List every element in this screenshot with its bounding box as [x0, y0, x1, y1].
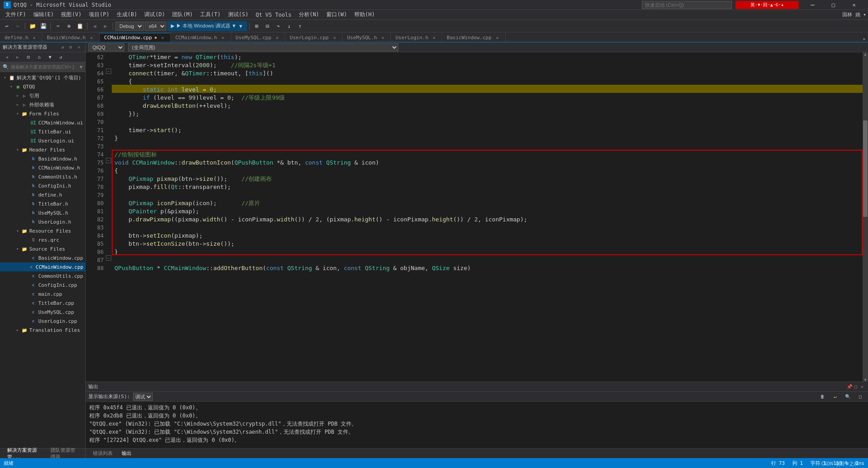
collapse-btn-75[interactable]: − [106, 158, 111, 163]
quick-search-input[interactable] [642, 1, 732, 9]
tree-form-files[interactable]: ▾ 📁 Form Files [0, 109, 85, 118]
scroll-thumb[interactable] [863, 120, 868, 217]
tab-basicwindow-h[interactable]: BasicWindow.h ✕ [42, 33, 100, 42]
tree-userlogin-h[interactable]: ▸ h UserLogin.h [0, 217, 85, 226]
code-editor[interactable]: 62 63 64 65 66 67 68 69 70 71 72 73 74 7… [86, 52, 868, 381]
menu-test[interactable]: 测试(S) [224, 10, 252, 20]
tab-close[interactable]: ✕ [274, 34, 280, 41]
toolbar-redo[interactable]: ↪ [13, 21, 23, 31]
tab-usemysql-h[interactable]: UseMySQL.h ✕ [343, 33, 391, 42]
tab-close[interactable]: ✕ [31, 34, 37, 41]
se-search-input[interactable] [11, 64, 78, 69]
menu-help[interactable]: 帮助(H) [351, 10, 379, 20]
se-home-btn[interactable]: ⌂ [34, 52, 44, 62]
output-find-btn[interactable]: 🔍 [843, 392, 853, 402]
toolbar-open[interactable]: 📁 [27, 21, 37, 31]
tree-main-cpp[interactable]: ▸ c main.cpp [0, 289, 85, 298]
se-search-settings[interactable]: ▼ [80, 64, 82, 69]
tree-titlebar-cpp[interactable]: ▸ c TitleBar.cpp [0, 298, 85, 307]
output-float-btn[interactable]: □ [853, 384, 859, 390]
toolbar-breakpoint[interactable]: ⊟ [263, 21, 273, 31]
menu-tools[interactable]: 工具(T) [196, 10, 224, 20]
menu-qtvs[interactable]: Qt VS Tools [252, 10, 295, 20]
toolbar-fwd[interactable]: ▶ [101, 21, 110, 31]
tab-basicwindow-cpp[interactable]: BasicWindow.cpp ✕ [442, 33, 505, 42]
toolbar-save[interactable]: 💾 [38, 21, 48, 31]
output-wrap-btn[interactable]: ↵ [830, 392, 840, 402]
tab-error-list[interactable]: 错误列表 [88, 449, 117, 459]
tree-ccmainwindow-cpp[interactable]: ▸ c CCMainWindow.cpp [0, 262, 85, 271]
toolbar-step-in[interactable]: ↓ [284, 21, 294, 31]
close-button[interactable]: ✕ [844, 0, 864, 10]
tab-close[interactable]: ✕ [220, 34, 226, 41]
se-refresh-btn[interactable]: ↺ [56, 52, 66, 62]
tree-ccmainwindow-ui[interactable]: ▸ UI CCMainWindow.ui [0, 118, 85, 127]
tab-userlogin-h[interactable]: UserLogin.h ✕ [391, 33, 442, 42]
menu-project[interactable]: 项目(P) [85, 10, 113, 20]
tree-configini-h[interactable]: ▸ h ConfigIni.h [0, 181, 85, 190]
tree-yinyong[interactable]: ▸ ▷ 引用 [0, 91, 85, 100]
se-back-btn[interactable]: ◀ [2, 52, 12, 62]
tab-close[interactable]: ✕ [431, 34, 437, 41]
tree-solution[interactable]: ▾ 📋 解决方案'QtQQ'(1 个项目) [0, 73, 85, 82]
menu-analyze[interactable]: 分析(N) [295, 10, 323, 20]
code-content[interactable]: QTimer*timer = new QTimer(this); timer->… [112, 52, 863, 381]
output-clear-btn[interactable]: 🗑 [818, 392, 827, 402]
toolbar-paste[interactable]: 📋 [75, 21, 85, 31]
se-close-btn[interactable]: ✕ [75, 44, 82, 51]
tab-team-explorer[interactable]: 团队资源管理器 [46, 446, 82, 459]
tree-header-files[interactable]: ▾ 📁 Header Files [0, 145, 85, 154]
tree-commonutils-cpp[interactable]: ▸ c CommonUtils.cpp [0, 271, 85, 280]
tab-close[interactable]: ✕ [331, 34, 338, 41]
toolbar-step-over[interactable]: ↷ [274, 21, 283, 31]
tree-res-qrc[interactable]: ▸ Q res.qrc [0, 235, 85, 244]
tab-close[interactable]: ✕ [88, 34, 95, 41]
menu-team[interactable]: 团队(M) [169, 10, 196, 20]
se-sync-btn[interactable]: ⇄ [59, 44, 66, 51]
tree-basicwindow-h[interactable]: ▸ h BasicWindow.h [0, 154, 85, 163]
config-select[interactable]: Debug [115, 22, 144, 31]
output-close-btn[interactable]: ✕ [859, 384, 865, 390]
tree-usemysql-cpp[interactable]: ▸ c UseMySQL.cpp [0, 307, 85, 317]
toolbar-attach[interactable]: ⊞ [252, 21, 262, 31]
tab-userlogin-cpp[interactable]: UserLogin.cpp ✕ [285, 33, 343, 42]
tab-solution-explorer[interactable]: 解决方案资源管... [3, 446, 46, 459]
tab-close[interactable]: ✕ [160, 35, 166, 41]
menu-view[interactable]: 视图(V) [57, 10, 85, 20]
editor-scope1[interactable]: QtQQ [88, 43, 124, 51]
editor-scope2[interactable]: (全局范围) [128, 43, 398, 51]
tree-ccmainwindow-h[interactable]: ▸ h CCMainWindow.h [0, 163, 85, 172]
tab-ccmainwindow-cpp[interactable]: CCMainWindow.cpp ● ✕ [100, 33, 171, 42]
toolbar-undo[interactable]: ↩ [2, 21, 12, 31]
collapse-btn-88[interactable]: − [106, 255, 111, 261]
tree-basicwindow-cpp[interactable]: ▸ c BasicWindow.cpp [0, 253, 85, 262]
toolbar-cut[interactable]: ✂ [53, 21, 63, 31]
menu-debug[interactable]: 调试(D) [141, 10, 169, 20]
tree-userlogin-ui[interactable]: ▸ UI UserLogin.ui [0, 136, 85, 145]
toolbar-copy[interactable]: ⊕ [64, 21, 74, 31]
tree-titlebar-ui[interactable]: ▸ UI TitleBar.ui [0, 127, 85, 136]
tab-define-h[interactable]: define.h ✕ [0, 33, 42, 42]
tab-scroll-right[interactable]: ▸ [861, 36, 868, 42]
platform-select[interactable]: x64 [145, 22, 166, 31]
tree-qtqq[interactable]: ▾ ■ QTQQ [0, 82, 85, 91]
output-pin-btn[interactable]: 📌 [846, 384, 853, 390]
collapse-btn-64[interactable]: − [106, 69, 111, 74]
tree-external[interactable]: ▸ ▷ 外部依赖项 [0, 100, 85, 109]
run-button[interactable]: ▶ ▶ 本地 Windows 调试器 ▼ ▼ [167, 21, 247, 31]
tab-close[interactable]: ✕ [379, 34, 386, 41]
tree-userlogin-cpp[interactable]: ▸ c UserLogin.cpp [0, 317, 85, 326]
tree-resource-files[interactable]: ▾ 📁 Resource Files [0, 226, 85, 235]
toolbar-step-out[interactable]: ↑ [295, 21, 305, 31]
se-filter-btn[interactable]: ▼ [45, 52, 55, 62]
status-line[interactable]: 行 73 [771, 460, 785, 467]
tree-usemysql-h[interactable]: ▸ h UseMySQL.h [0, 208, 85, 217]
tab-ccmainwindow-h[interactable]: CCMainWindow.h ✕ [171, 33, 231, 42]
menu-build[interactable]: 生成(B) [113, 10, 141, 20]
restore-button[interactable]: □ [823, 0, 844, 10]
se-properties-btn[interactable]: ⚙ [67, 44, 74, 51]
scroll-down[interactable]: ▼ [863, 378, 868, 381]
tree-define-h[interactable]: ▸ h define.h [0, 190, 85, 199]
se-collapse-btn[interactable]: ⊟ [23, 52, 33, 62]
tree-titlebar-h[interactable]: ▸ h TitleBar.h [0, 199, 85, 208]
